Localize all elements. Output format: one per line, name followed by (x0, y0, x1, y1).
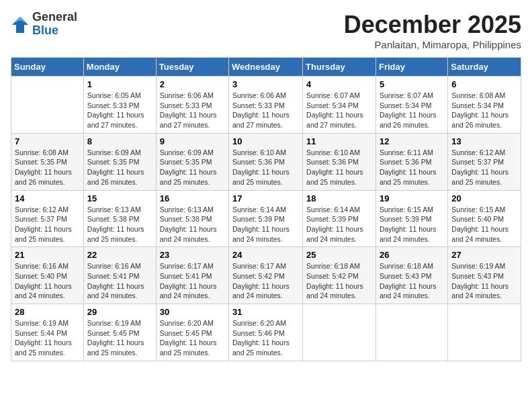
weekday-header-row: SundayMondayTuesdayWednesdayThursdayFrid… (11, 58, 521, 77)
day-number: 25 (306, 250, 372, 260)
day-info: Sunrise: 6:11 AMSunset: 5:36 PMDaylight:… (380, 148, 444, 187)
day-info: Sunrise: 6:08 AMSunset: 5:35 PMDaylight:… (15, 148, 80, 187)
calendar-cell: 11Sunrise: 6:10 AMSunset: 5:36 PMDayligh… (303, 133, 376, 190)
logo: General Blue (11, 11, 77, 38)
day-number: 6 (451, 79, 517, 89)
month-year: December 2025 (344, 11, 521, 39)
calendar-cell (303, 304, 376, 361)
day-info: Sunrise: 6:20 AMSunset: 5:45 PMDaylight:… (160, 318, 225, 358)
logo-text: General Blue (32, 11, 77, 38)
title-block: December 2025 Panlaitan, Mimaropa, Phili… (344, 11, 521, 50)
weekday-header-friday: Friday (375, 58, 447, 77)
day-number: 8 (87, 136, 152, 146)
day-number: 5 (380, 79, 444, 89)
logo-blue: Blue (32, 24, 77, 38)
day-number: 2 (160, 79, 225, 89)
weekday-header-tuesday: Tuesday (156, 58, 228, 77)
calendar-cell: 22Sunrise: 6:16 AMSunset: 5:41 PMDayligh… (83, 247, 156, 304)
day-number: 10 (232, 136, 299, 146)
day-info: Sunrise: 6:12 AMSunset: 5:37 PMDaylight:… (451, 148, 517, 187)
day-number: 11 (306, 136, 372, 146)
day-number: 28 (15, 307, 80, 317)
calendar-cell: 15Sunrise: 6:13 AMSunset: 5:38 PMDayligh… (83, 190, 156, 247)
calendar-cell: 28Sunrise: 6:19 AMSunset: 5:44 PMDayligh… (11, 304, 84, 361)
day-info: Sunrise: 6:12 AMSunset: 5:37 PMDaylight:… (15, 205, 80, 244)
day-info: Sunrise: 6:15 AMSunset: 5:39 PMDaylight:… (380, 205, 444, 244)
calendar-cell: 5Sunrise: 6:07 AMSunset: 5:34 PMDaylight… (375, 77, 447, 134)
logo-general: General (32, 11, 77, 24)
calendar-cell: 24Sunrise: 6:17 AMSunset: 5:42 PMDayligh… (229, 247, 303, 304)
day-info: Sunrise: 6:13 AMSunset: 5:38 PMDaylight:… (87, 205, 152, 244)
calendar-cell (448, 304, 521, 361)
calendar-cell: 23Sunrise: 6:17 AMSunset: 5:41 PMDayligh… (156, 247, 228, 304)
day-number: 7 (15, 136, 80, 146)
day-number: 22 (87, 250, 152, 260)
day-info: Sunrise: 6:17 AMSunset: 5:42 PMDaylight:… (232, 261, 299, 301)
calendar-cell: 26Sunrise: 6:18 AMSunset: 5:43 PMDayligh… (375, 247, 447, 304)
day-info: Sunrise: 6:14 AMSunset: 5:39 PMDaylight:… (306, 205, 372, 244)
day-number: 20 (451, 193, 517, 203)
day-info: Sunrise: 6:16 AMSunset: 5:40 PMDaylight:… (15, 261, 80, 301)
day-info: Sunrise: 6:18 AMSunset: 5:42 PMDaylight:… (306, 261, 372, 301)
calendar-cell: 7Sunrise: 6:08 AMSunset: 5:35 PMDaylight… (11, 133, 84, 190)
day-number: 29 (87, 307, 152, 317)
day-info: Sunrise: 6:06 AMSunset: 5:33 PMDaylight:… (160, 91, 225, 130)
week-row-4: 21Sunrise: 6:16 AMSunset: 5:40 PMDayligh… (11, 247, 521, 304)
calendar-cell: 31Sunrise: 6:20 AMSunset: 5:46 PMDayligh… (229, 304, 303, 361)
day-info: Sunrise: 6:20 AMSunset: 5:46 PMDaylight:… (232, 318, 299, 358)
day-number: 4 (306, 79, 372, 89)
day-number: 15 (87, 193, 152, 203)
day-number: 27 (451, 250, 517, 260)
calendar-cell: 1Sunrise: 6:05 AMSunset: 5:33 PMDaylight… (83, 77, 156, 134)
day-info: Sunrise: 6:19 AMSunset: 5:43 PMDaylight:… (451, 261, 517, 301)
calendar-cell: 2Sunrise: 6:06 AMSunset: 5:33 PMDaylight… (156, 77, 228, 134)
weekday-header-monday: Monday (83, 58, 156, 77)
calendar-cell: 21Sunrise: 6:16 AMSunset: 5:40 PMDayligh… (11, 247, 84, 304)
day-info: Sunrise: 6:05 AMSunset: 5:33 PMDaylight:… (87, 91, 152, 130)
calendar-cell: 19Sunrise: 6:15 AMSunset: 5:39 PMDayligh… (375, 190, 447, 247)
day-number: 1 (87, 79, 152, 89)
day-info: Sunrise: 6:07 AMSunset: 5:34 PMDaylight:… (306, 91, 372, 130)
day-number: 3 (232, 79, 299, 89)
weekday-header-wednesday: Wednesday (229, 58, 303, 77)
calendar-cell: 29Sunrise: 6:19 AMSunset: 5:45 PMDayligh… (83, 304, 156, 361)
calendar-cell: 3Sunrise: 6:06 AMSunset: 5:33 PMDaylight… (229, 77, 303, 134)
day-info: Sunrise: 6:17 AMSunset: 5:41 PMDaylight:… (160, 261, 225, 301)
calendar-cell (11, 77, 84, 134)
day-number: 30 (160, 307, 225, 317)
day-info: Sunrise: 6:19 AMSunset: 5:45 PMDaylight:… (87, 318, 152, 358)
week-row-1: 1Sunrise: 6:05 AMSunset: 5:33 PMDaylight… (11, 77, 521, 134)
calendar-cell: 9Sunrise: 6:09 AMSunset: 5:35 PMDaylight… (156, 133, 228, 190)
day-number: 19 (380, 193, 444, 203)
day-number: 31 (232, 307, 299, 317)
day-number: 16 (160, 193, 225, 203)
calendar-cell: 27Sunrise: 6:19 AMSunset: 5:43 PMDayligh… (448, 247, 521, 304)
day-number: 13 (451, 136, 517, 146)
day-number: 18 (306, 193, 372, 203)
day-number: 12 (380, 136, 444, 146)
week-row-2: 7Sunrise: 6:08 AMSunset: 5:35 PMDaylight… (11, 133, 521, 190)
calendar-cell: 10Sunrise: 6:10 AMSunset: 5:36 PMDayligh… (229, 133, 303, 190)
calendar-cell: 12Sunrise: 6:11 AMSunset: 5:36 PMDayligh… (375, 133, 447, 190)
weekday-header-sunday: Sunday (11, 58, 84, 77)
day-info: Sunrise: 6:19 AMSunset: 5:44 PMDaylight:… (15, 318, 80, 358)
weekday-header-thursday: Thursday (303, 58, 376, 77)
day-info: Sunrise: 6:15 AMSunset: 5:40 PMDaylight:… (451, 205, 517, 244)
calendar-cell: 20Sunrise: 6:15 AMSunset: 5:40 PMDayligh… (448, 190, 521, 247)
day-info: Sunrise: 6:13 AMSunset: 5:38 PMDaylight:… (160, 205, 225, 244)
day-number: 23 (160, 250, 225, 260)
day-number: 21 (15, 250, 80, 260)
day-number: 26 (380, 250, 444, 260)
day-info: Sunrise: 6:16 AMSunset: 5:41 PMDaylight:… (87, 261, 152, 301)
calendar-cell: 16Sunrise: 6:13 AMSunset: 5:38 PMDayligh… (156, 190, 228, 247)
weekday-header-saturday: Saturday (448, 58, 521, 77)
calendar-cell (375, 304, 447, 361)
day-info: Sunrise: 6:10 AMSunset: 5:36 PMDaylight:… (306, 148, 372, 187)
day-number: 17 (232, 193, 299, 203)
page-header: General Blue December 2025 Panlaitan, Mi… (11, 11, 521, 50)
calendar-cell: 6Sunrise: 6:08 AMSunset: 5:34 PMDaylight… (448, 77, 521, 134)
day-info: Sunrise: 6:07 AMSunset: 5:34 PMDaylight:… (380, 91, 444, 130)
day-info: Sunrise: 6:10 AMSunset: 5:36 PMDaylight:… (232, 148, 299, 187)
day-info: Sunrise: 6:06 AMSunset: 5:33 PMDaylight:… (232, 91, 299, 130)
calendar-cell: 14Sunrise: 6:12 AMSunset: 5:37 PMDayligh… (11, 190, 84, 247)
